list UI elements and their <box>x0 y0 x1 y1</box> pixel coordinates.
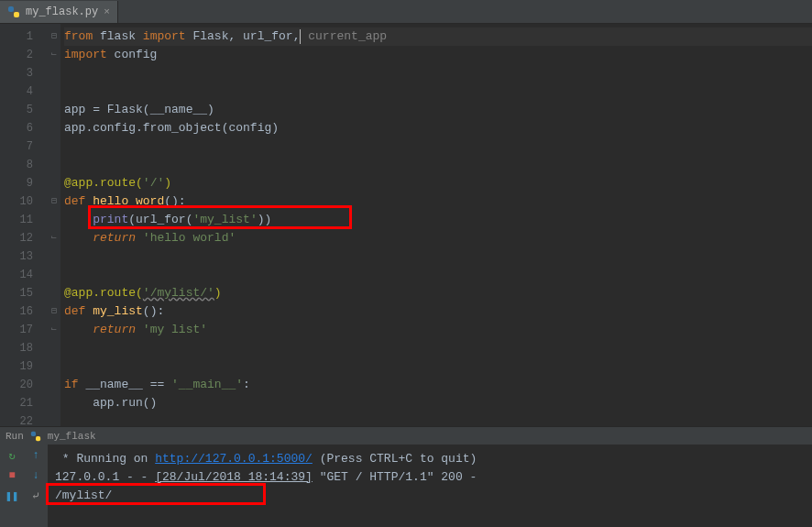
console-line: /mylist/ <box>55 487 805 505</box>
server-url-link[interactable]: http://127.0.0.1:5000/ <box>155 452 313 466</box>
code-line[interactable] <box>64 247 812 266</box>
soft-wrap-icon[interactable]: ⤶ <box>28 489 43 503</box>
code-line[interactable] <box>64 339 812 357</box>
tab-filename: my_flask.py <box>26 5 98 18</box>
run-tool-header: Run my_flask <box>0 426 812 445</box>
code-line[interactable] <box>64 357 812 376</box>
code-line[interactable]: @app.route('/') <box>64 174 812 192</box>
run-label: Run <box>5 431 24 442</box>
svg-rect-1 <box>14 12 19 17</box>
code-line[interactable]: return 'hello world' <box>64 229 812 247</box>
svg-rect-2 <box>31 431 36 435</box>
code-area[interactable]: from flask import Flask, url_for, curren… <box>60 24 812 426</box>
fold-end-icon: ⌙ <box>48 229 60 247</box>
code-line[interactable]: def my_list(): <box>64 302 812 321</box>
run-controls-left: ↻ ■ ❚❚ <box>0 445 24 527</box>
code-line[interactable] <box>64 137 812 156</box>
scroll-down-icon[interactable]: ↓ <box>28 468 43 483</box>
rerun-icon[interactable]: ↻ <box>5 448 19 463</box>
close-icon[interactable]: × <box>104 6 110 17</box>
tab-bar: my_flask.py × <box>0 0 812 24</box>
code-line[interactable]: from flask import Flask, url_for, curren… <box>64 27 812 46</box>
code-line[interactable] <box>64 64 812 82</box>
fold-icon[interactable]: ⊟ <box>48 27 60 46</box>
code-line[interactable] <box>64 412 812 426</box>
fold-end-icon: ⌙ <box>48 46 60 64</box>
code-line[interactable]: import config <box>64 46 812 64</box>
python-file-icon <box>7 5 20 18</box>
svg-rect-0 <box>8 6 14 12</box>
console-line: * Running on http://127.0.0.1:5000/ (Pre… <box>55 450 805 468</box>
run-panel: ↻ ■ ❚❚ ↑ ↓ ⤶ * Running on http://127.0.0… <box>0 445 812 527</box>
fold-icon[interactable]: ⊟ <box>48 192 60 211</box>
code-line[interactable]: return 'my list' <box>64 321 812 339</box>
code-line[interactable]: @app.route('/mylist/') <box>64 284 812 302</box>
pause-icon[interactable]: ❚❚ <box>5 489 19 503</box>
code-line[interactable] <box>64 82 812 101</box>
completion-hint: current_app <box>301 29 387 43</box>
code-line[interactable]: def hello_word(): <box>64 192 812 211</box>
line-number-gutter: 12345678910111213141516171819202122 <box>0 24 48 426</box>
code-line[interactable]: app.config.from_object(config) <box>64 119 812 137</box>
code-line[interactable] <box>64 156 812 174</box>
code-line[interactable]: print(url_for('my_list')) <box>64 211 812 229</box>
stop-icon[interactable]: ■ <box>5 468 19 483</box>
fold-icon[interactable]: ⊟ <box>48 302 60 321</box>
run-config-name: my_flask <box>48 431 96 442</box>
python-icon <box>29 430 42 443</box>
scroll-up-icon[interactable]: ↑ <box>28 448 43 463</box>
code-line[interactable]: app.run() <box>64 394 812 412</box>
editor-tab[interactable]: my_flask.py × <box>0 1 118 23</box>
code-line[interactable] <box>64 266 812 284</box>
run-controls-right: ↑ ↓ ⤶ <box>24 445 48 527</box>
editor[interactable]: 12345678910111213141516171819202122 ⊟ ⌙ … <box>0 24 812 426</box>
code-line[interactable]: app = Flask(__name__) <box>64 101 812 119</box>
code-line[interactable]: if __name__ == '__main__': <box>64 376 812 394</box>
fold-gutter: ⊟ ⌙ ⊟ ⌙ ⊟ ⌙ <box>48 24 60 426</box>
console-output[interactable]: * Running on http://127.0.0.1:5000/ (Pre… <box>48 445 812 527</box>
console-line: 127.0.0.1 - - [28/Jul/2018 18:14:39] "GE… <box>55 468 805 487</box>
fold-end-icon: ⌙ <box>48 321 60 339</box>
svg-rect-3 <box>36 436 40 441</box>
